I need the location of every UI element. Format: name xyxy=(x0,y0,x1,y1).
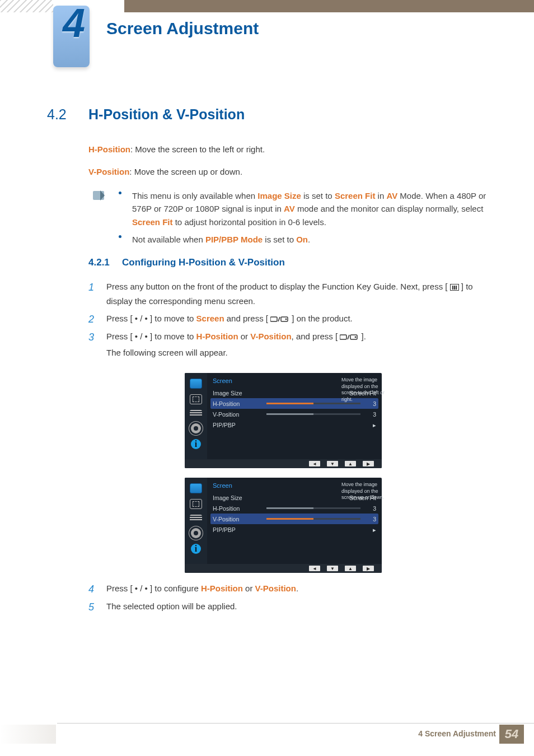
step-3: 3 Press [ • / • ] to move to H-Position … xyxy=(88,329,487,360)
nav-right-icon: ▶ xyxy=(363,566,374,571)
chapter-title: Screen Adjustment xyxy=(106,19,259,38)
row-pip-pbp: PIP/PBP ▸ xyxy=(213,419,376,430)
step-1: 1 Press any button on the front of the p… xyxy=(88,279,487,308)
top-brown-bar xyxy=(124,0,534,12)
nav-down-icon: ▼ xyxy=(327,461,338,466)
footer-label: 4 Screen Adjustment xyxy=(418,729,496,738)
intro-h-position: H-Position: Move the screen to the left … xyxy=(88,143,488,156)
row-h-position: H-Position 3 xyxy=(213,503,376,514)
step-4: 4 Press [ • / • ] to configure H-Positio… xyxy=(88,581,487,596)
nav-left-icon: ◄ xyxy=(309,461,320,466)
bullet-icon xyxy=(119,192,121,194)
svg-rect-3 xyxy=(340,335,346,339)
chapter-block: 4 xyxy=(53,6,90,67)
bullet-icon xyxy=(119,235,121,238)
chapter-number: 4 xyxy=(63,0,85,46)
svg-point-2 xyxy=(285,319,287,320)
osd-sidebar: i xyxy=(185,373,207,459)
svg-rect-0 xyxy=(270,317,277,321)
enter-icon xyxy=(340,333,359,341)
row-v-position: V-Position 3 xyxy=(213,409,376,419)
info-icon: i xyxy=(191,544,201,554)
steps-continued: 4 Press [ • / • ] to configure H-Positio… xyxy=(88,581,487,617)
menu-icon xyxy=(450,284,459,291)
display-icon xyxy=(190,379,202,389)
osd-footer: ◄ ▼ ▲ ▶ xyxy=(185,564,382,573)
h-position-key: H-Position xyxy=(88,144,130,154)
footer-rule xyxy=(57,723,534,724)
osd-footer: ◄ ▼ ▲ ▶ xyxy=(185,459,382,468)
step-2: 2 Press [ • / • ] to move to Screen and … xyxy=(88,311,487,326)
svg-point-5 xyxy=(355,336,357,338)
nav-right-icon: ▶ xyxy=(363,461,374,466)
osd-hint-2: Move the image displayed on the screen u… xyxy=(341,482,390,501)
h-position-text: : Move the screen to the left or right. xyxy=(130,144,265,154)
gear-icon xyxy=(191,423,201,433)
info-icon: i xyxy=(191,439,201,449)
footer-page: 54 xyxy=(499,725,524,744)
note-2: Not available when PIP/PBP Mode is set t… xyxy=(132,233,487,246)
steps: 1 Press any button on the front of the p… xyxy=(88,279,487,363)
lines-icon xyxy=(190,515,202,522)
note-list: This menu is only available when Image S… xyxy=(132,189,487,250)
osd-sidebar: i xyxy=(185,478,207,564)
gear-icon xyxy=(191,528,201,538)
footer-accent xyxy=(0,725,56,744)
v-position-text: : Move the screen up or down. xyxy=(129,167,242,176)
osd-hint-1: Move the image displayed on the screen t… xyxy=(341,377,390,403)
subsection-number: 4.2.1 xyxy=(88,257,110,268)
subsection-title: Configuring H-Position & V-Position xyxy=(122,257,285,268)
section-number: 4.2 xyxy=(47,106,67,123)
enter-icon xyxy=(270,315,289,323)
size-icon xyxy=(190,499,202,509)
intro-v-position: V-Position: Move the screen up or down. xyxy=(88,166,488,179)
row-v-position: V-Position 3 xyxy=(210,514,378,524)
display-icon xyxy=(190,483,202,493)
nav-up-icon: ▲ xyxy=(345,461,356,466)
step-5: 5 The selected option will be applied. xyxy=(88,599,487,614)
row-pip-pbp: PIP/PBP ▸ xyxy=(213,524,376,535)
step-3-follow: The following screen will appear. xyxy=(106,346,487,360)
lines-icon xyxy=(190,410,202,418)
nav-left-icon: ◄ xyxy=(309,566,320,571)
note-pen-icon xyxy=(93,191,104,200)
note-1: This menu is only available when Image S… xyxy=(132,189,487,228)
nav-down-icon: ▼ xyxy=(327,566,338,571)
size-icon xyxy=(190,394,202,404)
section-title: H-Position & V-Position xyxy=(88,106,245,123)
nav-up-icon: ▲ xyxy=(345,566,356,571)
v-position-key: V-Position xyxy=(88,167,129,176)
header-hatch xyxy=(0,0,53,12)
